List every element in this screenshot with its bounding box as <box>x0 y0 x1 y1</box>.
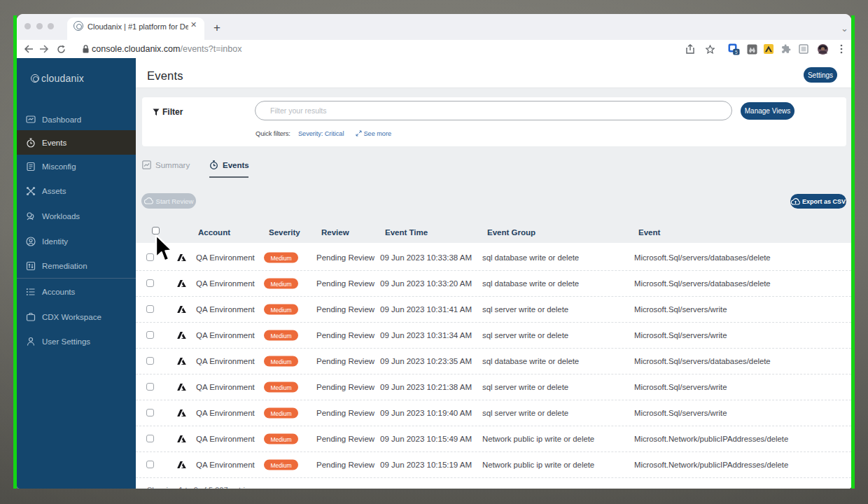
svg-text:5: 5 <box>735 50 738 55</box>
